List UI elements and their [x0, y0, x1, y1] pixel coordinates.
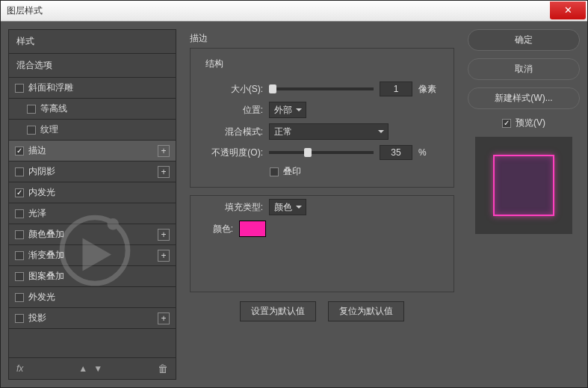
trash-icon[interactable]: 🗑	[158, 363, 168, 375]
sidebar-item-label: 投影	[28, 312, 46, 324]
sidebar-blend-header[interactable]: 混合选项	[9, 54, 176, 78]
opacity-unit: %	[418, 147, 427, 158]
fill-fieldset: 填充类型: 颜色 颜色:	[190, 195, 454, 292]
sidebar-item-contour[interactable]: 等高线	[9, 99, 176, 120]
checkbox-icon[interactable]	[27, 126, 36, 135]
size-label: 大小(S):	[199, 83, 263, 96]
sidebar-styles-header[interactable]: 样式	[9, 30, 176, 54]
sidebar-item-satin[interactable]: 光泽	[9, 203, 176, 224]
sidebar-item-label: 图案叠加	[28, 270, 64, 283]
sidebar-item-label: 渐变叠加	[28, 249, 64, 262]
color-swatch[interactable]	[239, 221, 266, 237]
preview-checkbox[interactable]	[502, 119, 511, 128]
checkbox-icon[interactable]	[15, 251, 24, 260]
position-select[interactable]: 外部	[269, 102, 306, 118]
opacity-input[interactable]	[380, 145, 412, 160]
reset-default-button[interactable]: 复位为默认值	[328, 301, 404, 321]
size-unit: 像素	[418, 83, 436, 96]
sidebar-item-stroke[interactable]: 描边 +	[9, 141, 176, 161]
sidebar-footer: fx ▲ ▼ 🗑	[9, 357, 176, 379]
cancel-button[interactable]: 取消	[468, 58, 580, 80]
styles-sidebar: 样式 混合选项 斜面和浮雕 等高线 纹理 描边 + 内阴影 + 内发光	[8, 29, 176, 380]
plus-icon[interactable]: +	[158, 312, 170, 324]
sidebar-item-label: 等高线	[40, 102, 67, 115]
checkbox-icon[interactable]	[15, 209, 24, 218]
size-input[interactable]	[380, 81, 412, 96]
preview-swatch	[493, 155, 554, 216]
checkbox-icon[interactable]	[15, 293, 24, 302]
main-panel: 描边 结构 大小(S): 像素 位置: 外部 混合模式: 正常	[184, 29, 460, 380]
sidebar-item-pattern-overlay[interactable]: 图案叠加	[9, 266, 176, 287]
fx-label[interactable]: fx	[16, 363, 23, 374]
fill-type-select[interactable]: 颜色	[269, 199, 306, 215]
sidebar-item-label: 描边	[28, 144, 46, 157]
plus-icon[interactable]: +	[158, 145, 170, 157]
sidebar-item-inner-shadow[interactable]: 内阴影 +	[9, 161, 176, 182]
preview-box	[475, 137, 572, 234]
titlebar: 图层样式 ✕	[1, 1, 587, 22]
sidebar-item-color-overlay[interactable]: 颜色叠加 +	[9, 224, 176, 245]
overprint-label: 叠印	[283, 165, 301, 178]
new-style-button[interactable]: 新建样式(W)...	[468, 87, 580, 109]
plus-icon[interactable]: +	[158, 166, 170, 178]
set-default-button[interactable]: 设置为默认值	[240, 301, 316, 321]
right-column: 确定 取消 新建样式(W)... 预览(V)	[468, 29, 580, 380]
size-slider[interactable]	[269, 87, 374, 90]
sidebar-item-label: 颜色叠加	[28, 228, 64, 241]
blend-mode-label: 混合模式:	[199, 126, 263, 138]
fill-type-label: 填充类型:	[199, 201, 263, 214]
sidebar-item-drop-shadow[interactable]: 投影 +	[9, 308, 176, 329]
sidebar-item-label: 斜面和浮雕	[28, 81, 73, 94]
structure-legend: 结构	[202, 58, 226, 70]
section-title: 描边	[190, 32, 454, 45]
sidebar-item-label: 光泽	[28, 207, 46, 220]
position-label: 位置:	[199, 104, 263, 117]
sidebar-item-bevel[interactable]: 斜面和浮雕	[9, 78, 176, 99]
color-label: 颜色:	[199, 223, 233, 235]
close-icon: ✕	[564, 4, 572, 16]
sidebar-item-outer-glow[interactable]: 外发光	[9, 287, 176, 308]
preview-label: 预览(V)	[516, 117, 545, 129]
arrow-up-icon[interactable]: ▲	[78, 363, 87, 374]
close-button[interactable]: ✕	[550, 1, 586, 19]
opacity-label: 不透明度(O):	[199, 147, 263, 159]
sidebar-item-texture[interactable]: 纹理	[9, 120, 176, 141]
default-buttons-row: 设置为默认值 复位为默认值	[190, 301, 454, 321]
opacity-slider[interactable]	[269, 151, 374, 154]
checkbox-icon[interactable]	[15, 272, 24, 281]
checkbox-icon[interactable]	[15, 314, 24, 323]
blend-mode-select[interactable]: 正常	[269, 123, 389, 140]
checkbox-icon[interactable]	[27, 105, 36, 114]
sidebar-item-label: 内阴影	[28, 165, 55, 178]
overprint-checkbox[interactable]	[270, 167, 279, 176]
sidebar-item-inner-glow[interactable]: 内发光	[9, 182, 176, 203]
checkbox-icon[interactable]	[15, 188, 24, 197]
structure-fieldset: 结构 大小(S): 像素 位置: 外部 混合模式: 正常 不透明度(O):	[190, 48, 454, 188]
checkbox-icon[interactable]	[15, 84, 24, 93]
dialog-content: 样式 混合选项 斜面和浮雕 等高线 纹理 描边 + 内阴影 + 内发光	[1, 22, 587, 387]
plus-icon[interactable]: +	[158, 250, 170, 262]
ok-button[interactable]: 确定	[468, 29, 580, 51]
arrow-down-icon[interactable]: ▼	[93, 363, 102, 374]
sidebar-item-gradient-overlay[interactable]: 渐变叠加 +	[9, 245, 176, 266]
layer-style-dialog: 图层样式 ✕ 样式 混合选项 斜面和浮雕 等高线 纹理 描边 + 内阴影	[0, 0, 588, 388]
sidebar-item-label: 纹理	[40, 123, 58, 136]
sidebar-item-label: 内发光	[28, 186, 55, 199]
checkbox-icon[interactable]	[15, 147, 24, 155]
sidebar-item-label: 外发光	[28, 291, 55, 304]
checkbox-icon[interactable]	[15, 167, 24, 176]
window-title: 图层样式	[7, 4, 43, 17]
checkbox-icon[interactable]	[15, 230, 24, 239]
plus-icon[interactable]: +	[158, 229, 170, 241]
